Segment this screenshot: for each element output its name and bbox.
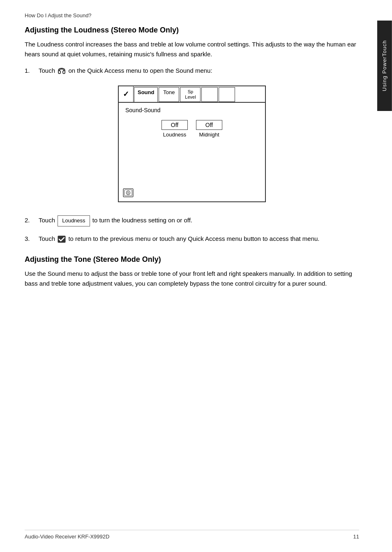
- loudness-value: Off: [161, 120, 188, 130]
- menu-body-title: Sound-Sound: [125, 107, 258, 113]
- tab-tone: Tone: [159, 87, 179, 102]
- step-3: 3. Touch to return to the previous menu …: [25, 234, 359, 244]
- step-1-num: 1.: [25, 66, 35, 76]
- footer: Audio-Video Receiver KRF-X9992D 11: [25, 530, 359, 540]
- loudness-control: Off Loudness: [161, 120, 188, 138]
- menu-check-symbol: ✓: [119, 86, 134, 102]
- quick-access-icon: [58, 67, 66, 75]
- step-1-content: Touch on the Quick Access menu to open t…: [39, 66, 359, 76]
- section2-heading: Adjusting the Tone (Stereo Mode Only): [25, 255, 359, 264]
- tab-empty-1: [201, 87, 218, 102]
- midnight-label: Midnight: [199, 132, 219, 138]
- step-2-text-before: Touch: [39, 217, 55, 224]
- step-2: 2. Touch Loudness to turn the loudness s…: [25, 215, 359, 226]
- tab-sp-level: SpLevel: [180, 87, 201, 102]
- section1-body: The Loudness control increases the bass …: [25, 39, 359, 59]
- footer-left: Audio-Video Receiver KRF-X9992D: [25, 534, 109, 540]
- checkmark-icon: [58, 236, 66, 243]
- step-1-text-before: Touch: [39, 67, 55, 74]
- step-2-num: 2.: [25, 215, 35, 225]
- footer-right: 11: [353, 534, 359, 540]
- menu-controls: Off Loudness Off Midnight: [125, 120, 258, 138]
- step-3-num: 3.: [25, 234, 35, 244]
- side-tab-label: Using PowerTouch: [381, 40, 387, 91]
- step-3-text-before: Touch: [39, 235, 55, 242]
- side-tab: Using PowerTouch: [377, 21, 392, 111]
- section1-heading: Adjusting the Loudness (Stereo Mode Only…: [25, 26, 359, 35]
- midnight-control: Off Midnight: [196, 120, 222, 138]
- step-1: 1. Touch on the Quick Access menu to ope…: [25, 66, 359, 76]
- sound-menu-display: ✓ Sound Tone SpLevel Sound-Sound Off Lou…: [118, 85, 266, 202]
- step-2-content: Touch Loudness to turn the loudness sett…: [39, 215, 359, 226]
- menu-body: Sound-Sound Off Loudness Off Midnight: [119, 103, 265, 185]
- speaker-icon: [123, 188, 134, 197]
- step-1-text-after: on the Quick Access menu to open the Sou…: [68, 67, 212, 74]
- tab-sound: Sound: [134, 87, 158, 102]
- page-wrapper: How Do I Adjust the Sound? Adjusting the…: [0, 0, 392, 552]
- menu-tabs: ✓ Sound Tone SpLevel: [119, 86, 265, 103]
- midnight-value: Off: [196, 120, 222, 130]
- step-3-content: Touch to return to the previous menu or …: [39, 234, 359, 244]
- step-2-text-after: to turn the loudness setting on or off.: [92, 217, 192, 224]
- loudness-inline-button: Loudness: [58, 215, 90, 226]
- tab-empty-2: [219, 87, 235, 102]
- sound-menu-screenshot: ✓ Sound Tone SpLevel Sound-Sound Off Lou…: [25, 85, 359, 202]
- section2-body: Use the Sound menu to adjust the bass or…: [25, 269, 359, 289]
- breadcrumb: How Do I Adjust the Sound?: [25, 12, 359, 18]
- loudness-label: Loudness: [163, 132, 186, 138]
- step-3-text-after: to return to the previous menu or touch …: [68, 235, 319, 242]
